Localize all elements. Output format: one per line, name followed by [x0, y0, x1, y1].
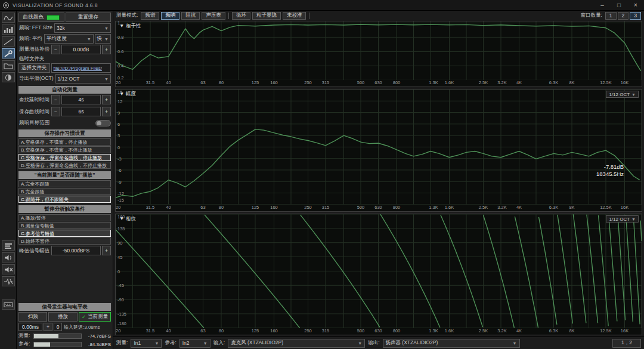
x-tick-label: 3.2K [497, 205, 506, 210]
x-tick-label: 1.3K [429, 205, 438, 210]
x-tick-label: 1.3K [429, 80, 438, 85]
smoothing-select[interactable]: 1/12 OCT▼ [606, 215, 639, 223]
x-tick-label: 2.5K [479, 205, 488, 210]
smoothing-select[interactable]: 1/12 OCT▼ [606, 91, 639, 98]
average-speed-select[interactable]: 快▼ [95, 34, 111, 44]
y-tick-label: -180 [117, 321, 126, 326]
output-device-value: 扬声器 (XTZALIDIO2P) [386, 339, 438, 347]
coherence-plot[interactable]: 10.80.60.40.2 [116, 21, 642, 80]
toolbar-button-1[interactable]: 循环 [232, 12, 250, 20]
channel-preset-box[interactable]: 1，2 [612, 339, 641, 348]
output-device-select[interactable]: 扬声器 (XTZALIDIO2P)▼ [383, 339, 520, 348]
maximize-button[interactable]: □ [611, 0, 627, 10]
current-measure-button[interactable]: ✓ 当前测量 [79, 312, 111, 322]
mode-button-2[interactable]: 频响 [161, 12, 179, 20]
y-tick-label: -90 [117, 297, 124, 302]
phase-panel-header[interactable]: ▼ 相位 [119, 215, 136, 223]
waveform-icon[interactable] [2, 13, 15, 23]
target-range-label: 频响目标范围 [18, 119, 50, 126]
slope-icon[interactable] [2, 36, 15, 47]
peak-signal-plus-button[interactable]: + [102, 246, 111, 255]
folder-icon[interactable] [2, 60, 15, 70]
follow-options-list: A.完全不跟随B.完全跟随C.跟随开，但不跟随关 [18, 180, 111, 203]
x-tick-label: 16K [621, 328, 628, 333]
save-option-4[interactable]: D.空格保存，弹窗命名曲线，不停止播放 [18, 162, 111, 169]
levels-icon[interactable] [2, 240, 15, 251]
wrench-icon[interactable] [2, 48, 15, 58]
close-button[interactable]: × [627, 0, 644, 10]
find-delay-minus-button[interactable]: − [51, 95, 60, 104]
gain-minus-button[interactable]: − [51, 45, 60, 54]
minimize-button[interactable]: – [594, 0, 611, 10]
coherence-panel: ▼ 相干性 10.80.60.40.2 2031.540638012516025… [115, 21, 642, 87]
speaker-icon[interactable] [2, 252, 15, 262]
follow-option-3[interactable]: C.跟随开，但不跟随关 [18, 196, 111, 203]
x-tick-label: 1.3K [429, 328, 438, 333]
zero-value: 0 [54, 323, 62, 331]
x-tick-label: 4K [516, 205, 522, 210]
window-count-button-1[interactable]: 1 [605, 12, 617, 20]
magnitude-panel-header[interactable]: ▼ 幅度 [119, 91, 136, 98]
check-icon: ✓ [82, 314, 86, 320]
contrast-icon[interactable] [2, 72, 15, 82]
play-button[interactable]: 播放 [48, 312, 77, 322]
reset-cache-button[interactable]: 重置缓存 [66, 13, 112, 22]
current-measure-label: 当前测量 [88, 313, 108, 320]
sweep-button[interactable]: 扫频 [18, 312, 47, 322]
cursor-readout: -7.81dB18345.5Hz [596, 163, 624, 178]
find-delay-plus-button[interactable]: + [102, 95, 111, 104]
save-option-1[interactable]: A.空格保存，不弹窗，停止播放 [18, 138, 111, 146]
x-tick-label: 250 [304, 328, 312, 333]
keyboard-icon[interactable] [2, 299, 15, 310]
window-count-button-2[interactable]: 2 [618, 12, 629, 20]
target-range-toggle[interactable] [95, 120, 111, 126]
save-option-2[interactable]: B.空格保存，不弹窗，不停止播放 [18, 146, 111, 153]
pause-option-2[interactable]: B.测量信号幅值 [18, 222, 111, 229]
signal-mute-icon[interactable] [2, 276, 15, 286]
x-tick-label: 315 [322, 80, 330, 85]
follow-option-1[interactable]: A.完全不跟随 [18, 180, 111, 187]
generator-delay-value: 0.00ms [18, 323, 42, 331]
input-device-select[interactable]: 麦克风 (XTZALIDIO2P)▼ [228, 339, 365, 348]
mode-button-4[interactable]: 声压表 [202, 12, 225, 20]
y-tick-label: 45 [117, 254, 122, 260]
curve-color-button[interactable]: 曲线颜色 [18, 13, 64, 22]
mode-button-3[interactable]: 阻抗 [181, 12, 200, 20]
generator-delay-plus-button[interactable]: + [44, 323, 52, 331]
choose-folder-button[interactable]: 选择文件夹 [18, 63, 50, 73]
spectrum-icon[interactable] [2, 24, 15, 35]
fft-size-label: 频响: FFT Size [18, 23, 53, 33]
folder-path-link[interactable]: file:///D:/Program Files/ [54, 66, 102, 71]
x-tick-label: 40 [166, 328, 171, 333]
x-tick-label: 6.3K [549, 80, 558, 85]
speaker-mute-icon[interactable] [2, 264, 15, 274]
save-curve-minus-button[interactable]: − [51, 107, 60, 116]
chevron-down-icon: ▼ [104, 26, 109, 30]
fft-size-select[interactable]: 32k▼ [54, 23, 111, 33]
coherence-panel-header[interactable]: ▼ 相干性 [119, 23, 141, 30]
gain-value: 0.00dB [61, 45, 101, 54]
mode-button-1[interactable]: 频谱 [141, 12, 159, 20]
x-tick-label: 63 [200, 328, 205, 333]
x-tick-label: 315 [322, 328, 330, 333]
gain-plus-button[interactable]: + [102, 45, 111, 54]
window-count-button-3[interactable]: 3 [630, 12, 641, 20]
measure-channel-select[interactable]: In1▼ [131, 339, 162, 348]
pause-option-4[interactable]: D.始终不暂停 [18, 237, 111, 245]
x-tick-label: 630 [374, 80, 382, 85]
save-option-3[interactable]: C.空格保存，弹窗命名曲线，停止播放 [18, 154, 111, 161]
pause-option-1[interactable]: A.播放/暂停 [18, 214, 111, 221]
average-mode-select[interactable]: 平均速度▼ [44, 34, 94, 44]
io-bottom-bar: 测量: In1▼ 参考: In2▼ 输入: 麦克风 (XTZALIDIO2P)▼… [113, 336, 644, 349]
export-smoothing-select[interactable]: 1/12 OCT▼ [55, 74, 111, 84]
phase-plot[interactable]: 18013590450-45-90-135-180 [116, 214, 642, 328]
ref-channel-select[interactable]: In2▼ [179, 339, 210, 348]
toolbar-button-2[interactable]: 粒子显隐 [252, 12, 281, 20]
x-tick-label: 4K [516, 328, 522, 333]
toolbar-button-3[interactable]: 未校准 [283, 12, 306, 20]
magnitude-plot[interactable]: 15129630-3-6-9-12-15-7.81dB18345.5Hz [116, 89, 642, 205]
pause-option-3[interactable]: C.参考信号幅值 [18, 230, 111, 237]
chevron-down-icon: ▼ [104, 77, 109, 81]
save-curve-plus-button[interactable]: + [102, 107, 111, 116]
follow-option-2[interactable]: B.完全跟随 [18, 188, 111, 195]
